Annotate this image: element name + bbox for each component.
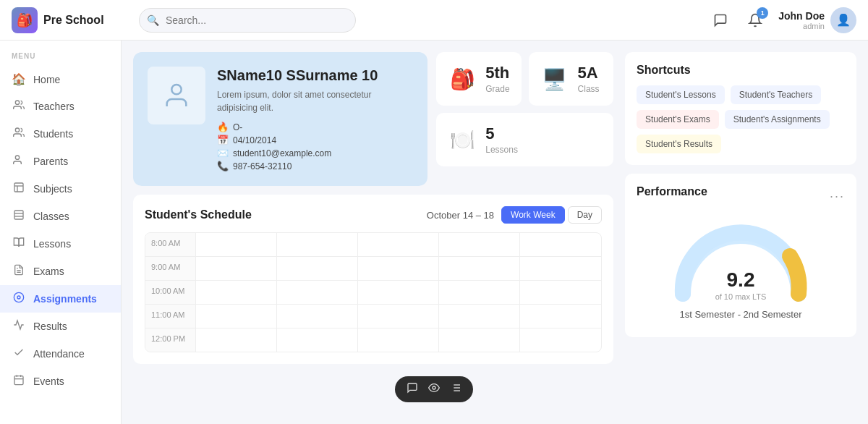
sidebar-item-exams[interactable]: Exams [0,258,121,285]
sidebar-item-assignments[interactable]: Assignments [0,285,121,313]
brand-name: Pre School [43,14,104,27]
work-week-button[interactable]: Work Week [501,206,565,224]
performance-more-button[interactable]: ··· [830,189,845,204]
shortcuts-section: Shortcuts Student's Lessons Student's Te… [625,52,856,165]
class-label: Class [578,84,600,94]
schedule-section: Student's Schedule October 14 – 18 Work … [133,195,613,364]
sidebar-item-students[interactable]: Students [0,120,121,148]
cell-18 [358,305,439,328]
sidebar-item-home[interactable]: 🏠 Home [0,66,121,93]
cell-23 [358,328,439,352]
sidebar-item-lessons[interactable]: Lessons [0,230,121,258]
time-10am: 10:00 AM [145,281,196,304]
shortcut-assignments[interactable]: Student's Assignments [725,110,830,129]
shortcut-lessons[interactable]: Student's Lessons [637,85,725,104]
floating-toolbar [395,376,473,402]
user-info: John Doe admin 👤 [778,7,856,33]
students-icon [12,127,26,141]
svg-rect-6 [14,211,23,219]
email-icon: ✉️ [217,148,229,158]
avatar[interactable]: 👤 [830,7,856,33]
lessons-icon [12,237,26,251]
eye-toolbar-icon[interactable] [428,382,440,397]
performance-period: 1st Semester - 2nd Semester [679,309,801,320]
classes-icon [12,209,26,224]
svg-point-1 [15,128,19,132]
shortcut-exams[interactable]: Student's Exams [637,110,719,129]
sidebar-item-label: Subjects [33,183,72,195]
cell-15 [520,281,601,304]
sidebar-item-classes[interactable]: Classes [0,203,121,230]
sidebar-item-subjects[interactable]: Subjects [0,175,121,203]
svg-text:of 10 max LTS: of 10 max LTS [715,292,767,301]
user-role: admin [778,22,825,30]
stat-grade: 🎒 5th Grade [436,52,521,106]
student-description: Lorem ipsum, dolor sit amet consectetur … [217,88,413,114]
grade-label: Grade [485,84,509,94]
svg-rect-3 [14,183,23,192]
topbar-right: 1 John Doe admin 👤 [709,7,856,33]
shortcut-teachers[interactable]: Student's Teachers [731,85,821,104]
search-input[interactable] [139,8,356,33]
cell-22 [277,328,358,352]
cell-13 [358,281,439,304]
cell-1 [196,233,277,256]
shortcut-results[interactable]: Student's Results [637,135,721,153]
stat-class-info: 5A Class [578,64,600,94]
student-info: SName10 SSurname 10 Lorem ipsum, dolor s… [217,67,413,171]
gauge-container: 9.2 of 10 max LTS 1st Semester - 2nd Sem… [637,216,845,326]
parents-icon [12,154,26,169]
dob-row: 📅 04/10/2014 [217,135,413,145]
cell-16 [196,305,277,328]
schedule-row-10am: 10:00 AM [145,281,601,305]
chat-toolbar-icon[interactable] [407,382,418,397]
sidebar-item-teachers[interactable]: Teachers [0,93,121,120]
shortcuts-grid: Student's Lessons Student's Teachers Stu… [637,85,845,153]
sidebar-item-parents[interactable]: Parents [0,148,121,175]
sidebar-item-label: Home [33,74,60,85]
list-toolbar-icon[interactable] [450,382,461,397]
cell-24 [439,328,520,352]
cell-19 [439,305,520,328]
right-column: Shortcuts Student's Lessons Student's Te… [625,52,856,412]
cell-17 [277,305,358,328]
phone-icon: 📞 [217,161,229,171]
sidebar-item-events[interactable]: Events [0,368,121,395]
day-button[interactable]: Day [568,206,602,224]
brand-logo: 🎒 [12,7,38,33]
student-name: SName10 SSurname 10 [217,67,413,84]
sidebar-item-results[interactable]: Results [0,313,121,340]
email: student10@example.com [233,148,331,158]
exams-icon [12,264,26,279]
cell-20 [520,305,601,328]
svg-rect-13 [14,376,23,385]
center-column: SName10 SSurname 10 Lorem ipsum, dolor s… [133,52,613,412]
sidebar-item-label: Lessons [33,238,71,250]
svg-point-11 [14,292,23,302]
svg-text:9.2: 9.2 [727,268,755,291]
schedule-row-8am: 8:00 AM [145,233,601,257]
student-details: 🔥 O- 📅 04/10/2014 ✉️ student10@example.c… [217,122,413,171]
lessons-label: Lessons [485,145,518,155]
subjects-icon [12,182,26,196]
phone-row: 📞 987-654-32110 [217,161,413,171]
sidebar-item-label: Classes [33,211,69,222]
cell-6 [196,257,277,280]
brand: 🎒 Pre School [12,7,133,33]
email-row: ✉️ student10@example.com [217,148,413,158]
svg-point-20 [433,386,435,389]
blood-icon: 🔥 [217,122,229,132]
notifications-icon[interactable]: 1 [744,9,767,32]
class-value: 5A [578,64,600,82]
attendance-icon [12,347,26,361]
svg-point-12 [17,296,20,299]
lessons-stat-icon: 🍽️ [448,128,477,152]
search-icon: 🔍 [147,14,159,26]
performance-section: Performance ··· 9.2 of 10 max LTS [625,174,856,337]
sidebar-item-attendance[interactable]: Attendance [0,340,121,368]
user-name: John Doe [778,10,825,22]
time-9am: 9:00 AM [145,257,196,280]
schedule-grid: 8:00 AM 9:00 AM [145,232,602,352]
chat-icon[interactable] [709,9,732,32]
notification-badge: 1 [757,7,768,19]
